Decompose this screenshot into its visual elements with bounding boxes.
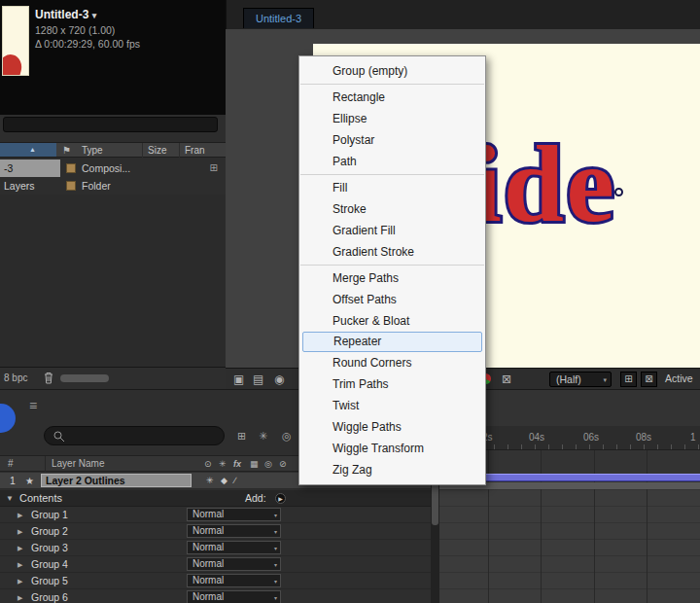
- item-name-cell[interactable]: -3: [0, 160, 60, 177]
- menu-item-stroke[interactable]: Stroke: [299, 198, 485, 220]
- blend-mode-dropdown[interactable]: Normal ▾: [187, 574, 281, 587]
- layer-name-selected[interactable]: Layer 2 Outlines: [41, 474, 192, 487]
- layer-number-column[interactable]: #: [8, 456, 14, 472]
- type-column-header[interactable]: Type: [82, 143, 103, 158]
- flowchart-icon: ⊞: [210, 160, 218, 177]
- size-column-header[interactable]: Size: [142, 143, 166, 158]
- group-row[interactable]: ▶ Group 5 Normal ▾: [0, 573, 439, 589]
- group-name[interactable]: Group 5: [31, 573, 68, 589]
- group-row[interactable]: ▶ Group 6 Normal ▾: [0, 589, 439, 603]
- menu-item-wiggle-transform[interactable]: Wiggle Transform: [299, 438, 485, 459]
- blend-mode-dropdown[interactable]: Normal ▾: [187, 508, 281, 521]
- menu-item-zig-zag[interactable]: Zig Zag: [299, 459, 485, 480]
- project-row-folder[interactable]: Layers Folder: [0, 177, 226, 195]
- group-name[interactable]: Group 1: [31, 507, 68, 523]
- menu-item-merge-paths[interactable]: Merge Paths: [299, 267, 485, 289]
- project-search-input[interactable]: [3, 117, 218, 132]
- group-name[interactable]: Group 4: [31, 556, 68, 573]
- group-name[interactable]: Group 2: [31, 523, 68, 540]
- twirl-open-icon[interactable]: ▼: [6, 490, 14, 507]
- snapshot-icon[interactable]: ◉: [274, 372, 284, 387]
- av-switch-icon[interactable]: ⊙: [204, 456, 212, 472]
- group-row[interactable]: ▶ Group 4 Normal ▾: [0, 556, 439, 573]
- group-name[interactable]: Group 3: [31, 540, 68, 556]
- chevron-down-icon: ▾: [274, 577, 277, 587]
- fast-preview-button[interactable]: ⊞: [620, 372, 637, 387]
- menu-item-gradient-fill[interactable]: Gradient Fill: [299, 220, 485, 241]
- current-time-display[interactable]: [0, 404, 16, 433]
- blend-mode-dropdown[interactable]: Normal ▾: [187, 524, 281, 538]
- 3d-switch-icon[interactable]: ⊘: [279, 456, 287, 472]
- menu-item-polystar[interactable]: Polystar: [299, 129, 485, 151]
- trash-icon[interactable]: [43, 372, 54, 386]
- menu-item-offset-paths[interactable]: Offset Paths: [299, 289, 485, 310]
- comp-tab[interactable]: Untitled-3: [243, 8, 314, 28]
- layer-number: 1: [10, 473, 16, 489]
- menu-item-repeater[interactable]: Repeater: [302, 332, 482, 352]
- layer-switch-c-icon[interactable]: ∕: [234, 473, 236, 489]
- menu-item-gradient-stroke[interactable]: Gradient Stroke: [299, 241, 485, 263]
- menu-item-ellipse[interactable]: Ellipse: [299, 108, 485, 129]
- twirl-closed-icon[interactable]: ▶: [18, 523, 22, 540]
- bit-depth-button[interactable]: 8 bpc: [4, 372, 27, 383]
- project-thumbnail[interactable]: [2, 6, 29, 76]
- add-property-button[interactable]: ▶: [275, 493, 286, 504]
- blend-mode-dropdown[interactable]: Normal ▾: [187, 557, 281, 571]
- menu-item-fill[interactable]: Fill: [299, 177, 485, 198]
- always-preview-icon[interactable]: ▣: [233, 372, 244, 387]
- resolution-dropdown[interactable]: (Half) ▾: [549, 372, 612, 387]
- twirl-closed-icon[interactable]: ▶: [18, 589, 22, 603]
- layer-switch-b-icon[interactable]: ◆: [221, 473, 228, 489]
- composition-mini-flowchart-icon[interactable]: ⊞: [237, 430, 246, 443]
- group-row[interactable]: ▶ Group 1 Normal ▾: [0, 507, 439, 523]
- camera-view-dropdown[interactable]: Active: [665, 372, 693, 384]
- group-name[interactable]: Group 6: [31, 589, 68, 603]
- solo-switch-icon[interactable]: ✳: [219, 456, 227, 472]
- search-icon: [52, 430, 65, 444]
- thumbnail-art: [2, 52, 24, 76]
- blend-mode-dropdown[interactable]: Normal ▾: [187, 541, 281, 554]
- blend-mode-dropdown[interactable]: Normal ▾: [187, 590, 281, 603]
- layer-switch-a-icon[interactable]: ✳: [206, 473, 214, 489]
- fx-switch-icon[interactable]: fx: [233, 456, 241, 472]
- horizontal-scrollbar[interactable]: [60, 374, 109, 382]
- project-item-title[interactable]: Untitled-3 ▾: [35, 8, 96, 21]
- blend-mode-value: Normal: [192, 525, 224, 536]
- group-row[interactable]: ▶ Group 3 Normal ▾: [0, 540, 439, 556]
- panel-menu-icon[interactable]: ≡: [29, 398, 37, 413]
- contents-row[interactable]: ▼ Contents Add: ▶: [0, 490, 439, 507]
- motion-blur-switch-icon[interactable]: ◎: [264, 456, 272, 472]
- viewer-tab-strip: Untitled-3: [226, 0, 700, 29]
- layer-name-column[interactable]: Layer Name: [45, 456, 104, 472]
- timeline-search-input[interactable]: [44, 426, 225, 445]
- quality-switch-icon[interactable]: ▦: [250, 456, 259, 472]
- menu-item-pucker-bloat[interactable]: Pucker & Bloat: [299, 310, 485, 332]
- twirl-closed-icon[interactable]: ▶: [18, 556, 22, 573]
- frames-column-header[interactable]: Fran: [179, 143, 205, 158]
- label-column-icon[interactable]: ⚑: [62, 143, 71, 158]
- menu-item-trim-paths[interactable]: Trim Paths: [299, 373, 485, 395]
- project-row-composition[interactable]: -3 Composi... ⊞: [0, 160, 226, 177]
- transparency-grid-button[interactable]: ⊠: [641, 372, 657, 387]
- twirl-closed-icon[interactable]: ▶: [18, 573, 22, 589]
- menu-item-wiggle-paths[interactable]: Wiggle Paths: [299, 416, 485, 438]
- magnification-icon[interactable]: ▤: [253, 372, 263, 387]
- after-effects-window: Untitled-3 ▾ 1280 x 720 (1.00) Δ 0:00:29…: [0, 0, 700, 603]
- menu-item-round-corners[interactable]: Round Corners: [299, 352, 485, 373]
- twirl-closed-icon[interactable]: ▶: [18, 540, 22, 556]
- twirl-closed-icon[interactable]: ▶: [18, 507, 22, 523]
- name-column-header[interactable]: ▲: [0, 143, 56, 157]
- region-of-interest-icon[interactable]: ⊠: [502, 372, 511, 387]
- item-name-cell[interactable]: Layers: [0, 177, 60, 195]
- blend-mode-value: Normal: [192, 542, 224, 552]
- draft-3d-icon[interactable]: ✳: [259, 430, 267, 443]
- menu-item-twist[interactable]: Twist: [299, 395, 485, 416]
- motion-blur-icon[interactable]: ◎: [282, 430, 292, 443]
- anchor-point-handle[interactable]: [614, 188, 623, 196]
- menu-item-group-empty[interactable]: Group (empty): [299, 60, 485, 82]
- item-type-cell: Composi...: [82, 160, 130, 177]
- group-row[interactable]: ▶ Group 2 Normal ▾: [0, 523, 439, 540]
- menu-item-path[interactable]: Path: [299, 151, 485, 172]
- menu-item-rectangle[interactable]: Rectangle: [299, 87, 485, 108]
- ruler-label: 1: [690, 432, 696, 443]
